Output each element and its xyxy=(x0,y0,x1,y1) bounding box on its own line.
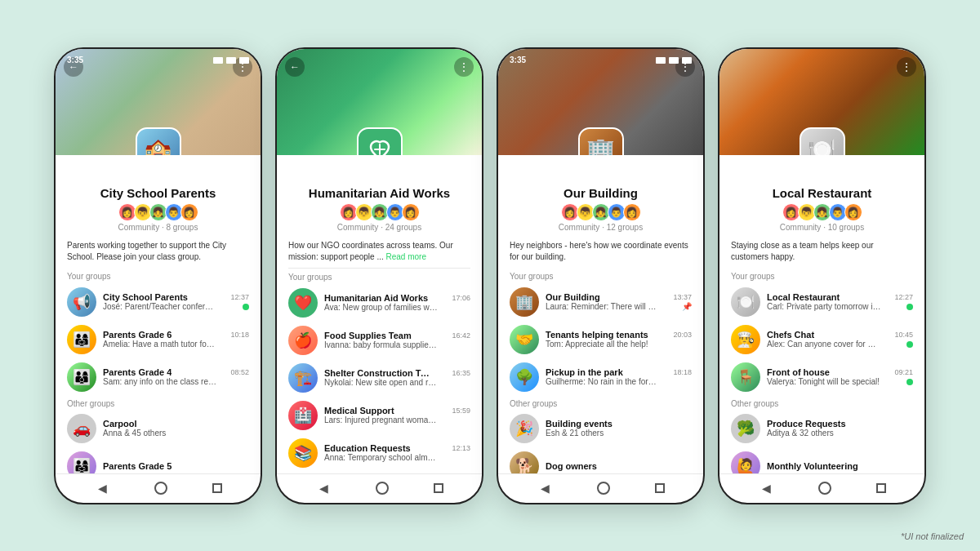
group-item[interactable]: 👨‍👩‍👧Parents Grade 610:18Amelia: Have a … xyxy=(56,321,261,358)
group-name: Our Building xyxy=(546,292,600,302)
phones-container: 3:35 ←⋮🏫City School Parents👩👦👧👨👩Communit… xyxy=(38,31,942,521)
group-name: Monthly Volunteering xyxy=(767,461,873,471)
group-msg-row: Carl: Private party tomorrow in the ... xyxy=(767,302,913,311)
community-icon: 🍽️ xyxy=(800,127,845,155)
group-message: Nykolai: New site open and ready for ... xyxy=(324,378,439,387)
group-item[interactable]: 🍎Food Supplies Team16:42Ivanna: baby for… xyxy=(277,322,482,359)
phone-content: Humanitarian Aid Works👩👦👧👨👩Community · 2… xyxy=(277,180,482,473)
other-group-item[interactable]: 🎉Building eventsEsh & 21 others xyxy=(498,410,703,447)
android-recents-button[interactable] xyxy=(434,483,443,493)
community-description: Staying close as a team helps keep our c… xyxy=(719,240,924,268)
community-label: Community · 12 groups xyxy=(511,223,690,232)
android-home-button[interactable] xyxy=(154,482,167,495)
android-home-button[interactable] xyxy=(376,482,389,495)
group-message: Carl: Private party tomorrow in the ... xyxy=(767,302,881,311)
group-message: Lars: Injured pregnant woman in need ... xyxy=(324,415,439,424)
group-item[interactable]: 🏥Medical Support15:59Lars: Injured pregn… xyxy=(277,397,482,434)
group-time: 08:52 xyxy=(230,368,249,376)
group-message: José: Parent/Teacher conferences ... xyxy=(103,302,217,311)
group-message: Ava: New group of families waiting ... xyxy=(324,303,439,312)
group-time: 09:21 xyxy=(894,368,913,376)
android-back-button[interactable]: ◀ xyxy=(315,480,332,496)
other-group-item[interactable]: 🙋Monthly Volunteering xyxy=(719,447,924,473)
android-home-button[interactable] xyxy=(818,482,831,495)
group-item[interactable]: 🏗️Shelter Construction Team16:35Nykolai:… xyxy=(277,359,482,397)
group-members: Esh & 21 others xyxy=(546,429,660,438)
group-avatar: 🌳 xyxy=(510,362,539,392)
group-message: Amelia: Have a math tutor for the upco..… xyxy=(103,340,217,349)
group-time: 12:37 xyxy=(230,293,249,301)
group-name-row: Pickup in the park18:18 xyxy=(546,367,692,377)
other-group-item[interactable]: 👨‍👩‍👧Parents Grade 5 xyxy=(56,447,261,473)
battery-icon xyxy=(239,57,249,64)
group-name: Tenants helping tenants xyxy=(546,330,648,340)
group-time: 12:27 xyxy=(894,293,913,301)
android-home-button[interactable] xyxy=(597,482,610,495)
group-message: Laura: Reminder: There will be ... xyxy=(546,302,660,311)
group-avatar: 🥦 xyxy=(731,414,760,443)
group-name: Parents Grade 6 xyxy=(103,330,172,340)
group-item[interactable]: 🌳Pickup in the park18:18Guilherme: No ra… xyxy=(498,358,703,396)
group-avatar: 👨‍👩‍👧 xyxy=(67,325,96,354)
group-item[interactable]: 🤝Tenants helping tenants20:03Tom: Apprec… xyxy=(498,321,703,358)
battery-icon xyxy=(682,57,692,64)
group-info: CarpoolAnna & 45 others xyxy=(103,419,249,438)
android-back-button[interactable]: ◀ xyxy=(94,480,110,496)
other-group-item[interactable]: 🥦Produce RequestsAditya & 32 others xyxy=(719,410,924,447)
phone-header-bar xyxy=(719,49,924,72)
other-group-item[interactable]: 🚗CarpoolAnna & 45 others xyxy=(56,410,261,447)
group-info: City School Parents12:37José: Parent/Tea… xyxy=(103,292,249,311)
group-message: Sam: any info on the class recital? xyxy=(103,377,217,386)
profile-section: Local Restaurant👩👦👧👨👩Community · 10 grou… xyxy=(719,180,924,240)
group-message: Anna: Temporary school almost comp... xyxy=(324,453,439,462)
group-avatar: 🤝 xyxy=(510,325,539,354)
group-name-row: Our Building13:37 xyxy=(546,292,692,302)
android-back-button[interactable]: ◀ xyxy=(537,480,553,496)
group-info: Medical Support15:59Lars: Injured pregna… xyxy=(324,406,470,424)
group-avatar: 👨‍👩‍👦 xyxy=(67,362,96,392)
recents-square xyxy=(212,483,222,493)
group-info: Parents Grade 610:18Amelia: Have a math … xyxy=(103,330,249,349)
group-item[interactable]: 👨‍🍳Chefs Chat10:45Alex: Can anyone cover… xyxy=(719,321,924,358)
group-item[interactable]: ❤️Humanitarian Aid Works17:06Ava: New gr… xyxy=(277,284,482,322)
android-back-button[interactable]: ◀ xyxy=(758,480,774,496)
cover-restaurant: ⋮🍽️ xyxy=(719,49,924,155)
other-group-item[interactable]: 🐕Dog owners xyxy=(498,447,703,473)
group-avatar: 🍽️ xyxy=(731,287,760,317)
community-description: How our NGO coordinates across teams. Ou… xyxy=(277,240,482,268)
community-label: Community · 24 groups xyxy=(290,223,469,232)
android-recents-button[interactable] xyxy=(212,483,222,493)
group-name-row: Local Restaurant12:27 xyxy=(767,292,913,302)
recents-square xyxy=(876,483,886,493)
profile-section: Our Building👩👦👧👨👩Community · 12 groups xyxy=(498,180,703,240)
group-msg-row: Guilherme: No rain in the forecast! xyxy=(546,377,692,386)
group-members: Aditya & 32 others xyxy=(767,429,881,438)
group-item[interactable]: 📢City School Parents12:37José: Parent/Te… xyxy=(56,283,261,321)
group-info: Parents Grade 408:52Sam: any info on the… xyxy=(103,367,249,386)
avatar: 👩 xyxy=(402,203,420,221)
group-message: Valerya: Tonight will be special! xyxy=(767,377,880,386)
group-avatar: 🏥 xyxy=(288,401,318,430)
group-time: 15:59 xyxy=(452,407,470,415)
android-recents-button[interactable] xyxy=(655,483,665,493)
phone-building: 3:35 ⋮🏢Our Building👩👦👧👨👩Community · 12 g… xyxy=(497,47,705,504)
avatar: 👩 xyxy=(180,203,198,221)
group-avatar: 🏗️ xyxy=(288,363,318,393)
group-msg-row: Sam: any info on the class recital? xyxy=(103,377,249,386)
group-info: Tenants helping tenants20:03Tom: Appreci… xyxy=(546,330,692,349)
group-item[interactable]: 🍽️Local Restaurant12:27Carl: Private par… xyxy=(719,283,924,321)
group-msg-row: Ava: New group of families waiting ... xyxy=(324,303,470,312)
other-groups-label: Other groups xyxy=(56,396,261,410)
group-item[interactable]: 🏢Our Building13:37Laura: Reminder: There… xyxy=(498,283,703,321)
phone-header-bar xyxy=(277,49,482,72)
read-more-link[interactable]: Read more xyxy=(386,252,426,261)
group-info: Shelter Construction Team16:35Nykolai: N… xyxy=(324,368,470,387)
group-item[interactable]: 🪑Front of house09:21Valerya: Tonight wil… xyxy=(719,358,924,396)
avatars-row: 👩👦👧👨👩 xyxy=(290,203,469,221)
group-item[interactable]: 📚Education Requests12:13Anna: Temporary … xyxy=(277,434,482,472)
unread-dot xyxy=(906,304,913,310)
profile-section: City School Parents👩👦👧👨👩Community · 8 gr… xyxy=(56,180,261,240)
phone-footer: ◀ xyxy=(277,473,482,503)
group-item[interactable]: 👨‍👩‍👦Parents Grade 408:52Sam: any info o… xyxy=(56,358,261,396)
android-recents-button[interactable] xyxy=(876,483,886,493)
